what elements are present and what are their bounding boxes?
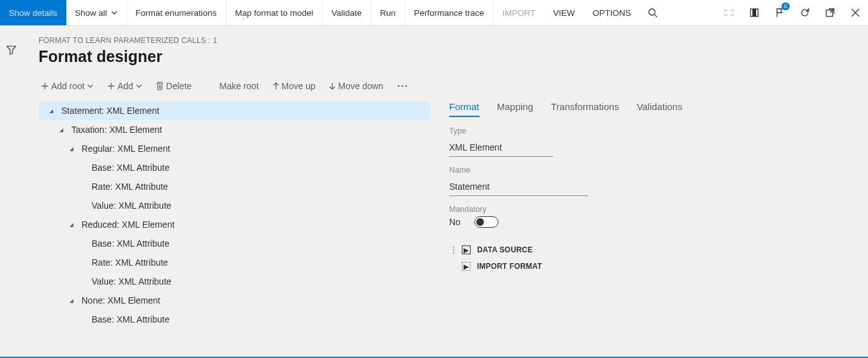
menu-options[interactable]: OPTIONS	[584, 0, 640, 25]
tree-node-label: Rate: XML Attribute	[92, 182, 168, 192]
link-icon	[724, 9, 734, 16]
arrow-down-icon	[329, 82, 335, 90]
tree-node-label: Taxation: XML Element	[71, 125, 162, 135]
tree-row[interactable]: ◢Statement: XML Element	[39, 101, 430, 120]
tree-row[interactable]: Value: XML Attribute	[39, 272, 430, 291]
mandatory-value: No	[449, 217, 461, 227]
arrow-up-icon	[273, 82, 279, 90]
menu-bar: Show details Show all Format enumeration…	[0, 0, 868, 26]
svg-rect-3	[752, 9, 756, 16]
format-tree: ◢Statement: XML Element◢Taxation: XML El…	[39, 101, 430, 329]
tree-node-label: Regular: XML Element	[81, 144, 170, 154]
add-button[interactable]: Add	[105, 80, 145, 92]
menu-map-format-to-model[interactable]: Map format to model	[226, 0, 323, 25]
tree-expander-icon[interactable]: ◢	[45, 108, 57, 114]
mandatory-toggle[interactable]	[474, 216, 498, 228]
tree-row[interactable]: ◢Reduced: XML Element	[39, 215, 430, 234]
move-down-button[interactable]: Move down	[327, 80, 386, 92]
tree-row[interactable]: Rate: XML Attribute	[39, 177, 430, 196]
menu-close-button[interactable]	[843, 0, 868, 25]
tree-row[interactable]: ◢Regular: XML Element	[39, 139, 430, 158]
name-field[interactable]	[449, 177, 588, 196]
tree-row[interactable]: Base: XML Attribute	[39, 234, 430, 253]
toolbar: Add root Add Delete Make root Move up Mo…	[39, 76, 867, 96]
menu-search-button[interactable]	[640, 0, 665, 25]
svg-line-1	[654, 15, 657, 17]
tree-row[interactable]: Base: XML Attribute	[39, 158, 430, 177]
menu-notifications-button[interactable]: 0	[767, 0, 792, 25]
tree-node-label: Reduced: XML Element	[81, 219, 174, 230]
menu-office-button[interactable]	[742, 0, 767, 25]
svg-point-6	[402, 85, 404, 87]
filter-icon[interactable]	[6, 45, 16, 55]
trash-icon	[156, 82, 164, 90]
grip-icon: ⋮	[449, 245, 458, 255]
search-icon	[648, 8, 658, 18]
close-icon	[851, 8, 860, 17]
tree-node-label: None: XML Element	[81, 295, 160, 306]
tree-expander-icon[interactable]: ◢	[65, 298, 78, 304]
chevron-right-icon: ▶	[462, 245, 471, 254]
tab-validations[interactable]: Validations	[637, 101, 682, 117]
add-root-label: Add root	[51, 81, 85, 91]
tab-format[interactable]: Format	[449, 101, 479, 117]
tree-node-label: Rate: XML Attribute	[92, 257, 168, 268]
type-field[interactable]	[449, 138, 553, 157]
make-root-label: Make root	[219, 81, 258, 91]
tree-row[interactable]: Rate: XML Attribute	[39, 253, 430, 272]
menu-show-all-label: Show all	[75, 8, 107, 18]
notification-badge: 0	[781, 3, 790, 10]
add-root-button[interactable]: Add root	[39, 80, 96, 92]
menu-popout-button[interactable]	[817, 0, 843, 25]
tree-row[interactable]: ◢None: XML Element	[39, 291, 430, 310]
data-source-label: DATA SOURCE	[477, 245, 533, 254]
content-area: FORMAT TO LEARN PARAMETERIZED CALLS : 1 …	[22, 26, 867, 357]
tree-row[interactable]: Base: XML Attribute	[39, 310, 430, 329]
menu-view[interactable]: VIEW	[545, 0, 584, 25]
page-title: Format designer	[39, 47, 867, 66]
import-format-expander[interactable]: ▶ IMPORT FORMAT	[449, 258, 702, 275]
svg-point-5	[398, 85, 400, 87]
plus-icon	[41, 82, 49, 90]
tree-node-label: Base: XML Attribute	[92, 314, 169, 324]
menu-show-details[interactable]: Show details	[0, 0, 66, 25]
menu-performance-trace[interactable]: Performance trace	[405, 0, 493, 25]
tree-expander-icon[interactable]: ◢	[65, 222, 78, 228]
toolbar-overflow-button[interactable]	[395, 83, 410, 89]
menu-format-enumerations[interactable]: Format enumerations	[127, 0, 226, 25]
make-root-button[interactable]: Make root	[217, 80, 261, 92]
name-label: Name	[449, 166, 702, 175]
tab-mapping[interactable]: Mapping	[497, 101, 534, 117]
menu-refresh-button[interactable]	[792, 0, 817, 25]
chevron-down-icon	[87, 84, 93, 88]
move-up-button[interactable]: Move up	[270, 80, 318, 92]
svg-point-7	[406, 85, 407, 87]
data-source-expander[interactable]: ⋮ ▶ DATA SOURCE	[449, 242, 702, 258]
type-label: Type	[449, 127, 702, 135]
menu-link-button[interactable]	[716, 0, 742, 25]
tree-node-label: Base: XML Attribute	[92, 238, 169, 249]
menu-show-all[interactable]: Show all	[66, 0, 127, 25]
tree-node-label: Base: XML Attribute	[92, 163, 169, 173]
tree-node-label: Statement: XML Element	[61, 106, 159, 116]
menu-run[interactable]: Run	[371, 0, 406, 25]
plus-icon	[107, 82, 115, 90]
office-icon	[749, 8, 759, 18]
breadcrumb: FORMAT TO LEARN PARAMETERIZED CALLS : 1	[39, 36, 867, 45]
tree-expander-icon[interactable]: ◢	[65, 146, 78, 152]
chevron-down-icon	[136, 84, 142, 88]
delete-button[interactable]: Delete	[154, 80, 194, 92]
popout-icon	[825, 8, 835, 18]
menu-validate[interactable]: Validate	[323, 0, 371, 25]
tree-row[interactable]: ◢Taxation: XML Element	[39, 120, 430, 139]
detail-tabs: Format Mapping Transformations Validatio…	[449, 101, 702, 118]
menu-import[interactable]: IMPORT	[493, 0, 544, 25]
menu-spacer	[665, 0, 716, 25]
tab-transformations[interactable]: Transformations	[551, 101, 619, 117]
tree-node-label: Value: XML Attribute	[92, 276, 171, 287]
tree-node-label: Value: XML Attribute	[92, 201, 171, 211]
tree-row[interactable]: Value: XML Attribute	[39, 196, 430, 215]
svg-point-0	[649, 9, 655, 15]
detail-pane: Format Mapping Transformations Validatio…	[449, 101, 702, 329]
tree-expander-icon[interactable]: ◢	[55, 127, 68, 133]
